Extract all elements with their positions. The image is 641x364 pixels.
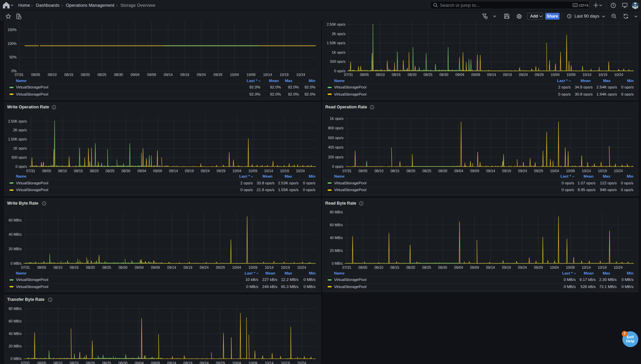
svg-text:?: ? xyxy=(612,3,614,7)
